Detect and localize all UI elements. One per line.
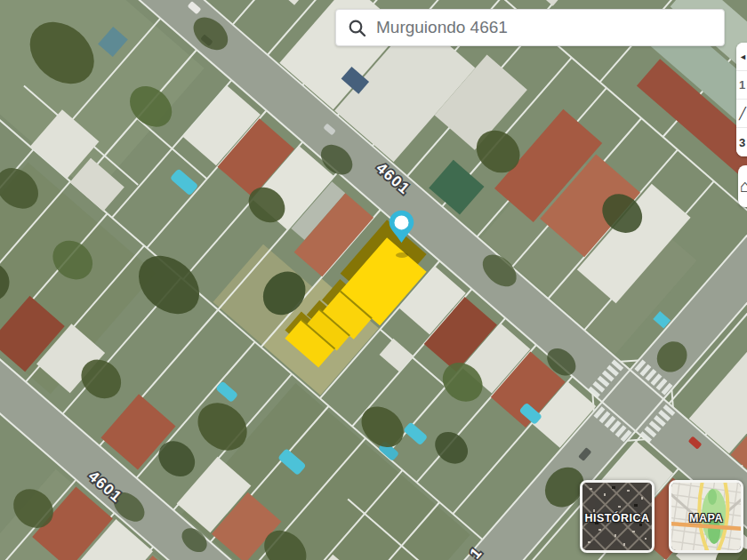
map-layer-label: MAPA (689, 512, 723, 524)
toolbar-icon-1: ◄ (739, 52, 747, 61)
buildings-3d-button[interactable]: ⌂ (738, 165, 747, 207)
pin-shadow (396, 252, 408, 258)
layer-toggle-historic[interactable]: HISTÓRICA (580, 480, 655, 553)
layer-toggle-map[interactable]: MAPA (669, 480, 743, 553)
map-canvas[interactable]: 4601 4601 1 (0, 0, 747, 560)
building-icon: ⌂ (740, 176, 747, 196)
pin-hole (395, 215, 409, 229)
toolbar-button-4[interactable]: 3 (736, 128, 747, 156)
aerial-imagery-layer: 4601 4601 1 (0, 0, 747, 560)
toolbar-icon-4: 3 (739, 136, 745, 149)
toolbar-icon-3: ╱ (739, 107, 746, 120)
historic-layer-label: HISTÓRICA (584, 512, 649, 524)
map-tools-toolbar: ◄ 1 ╱ 3 (736, 43, 747, 156)
search-input[interactable] (366, 18, 724, 37)
search-icon (348, 19, 366, 37)
toolbar-button-2[interactable]: 1 (736, 71, 747, 100)
toolbar-button-1[interactable]: ◄ (736, 43, 747, 71)
toolbar-button-3[interactable]: ╱ (736, 100, 747, 128)
search-bar (335, 9, 725, 46)
toolbar-icon-2: 1 (739, 78, 745, 92)
